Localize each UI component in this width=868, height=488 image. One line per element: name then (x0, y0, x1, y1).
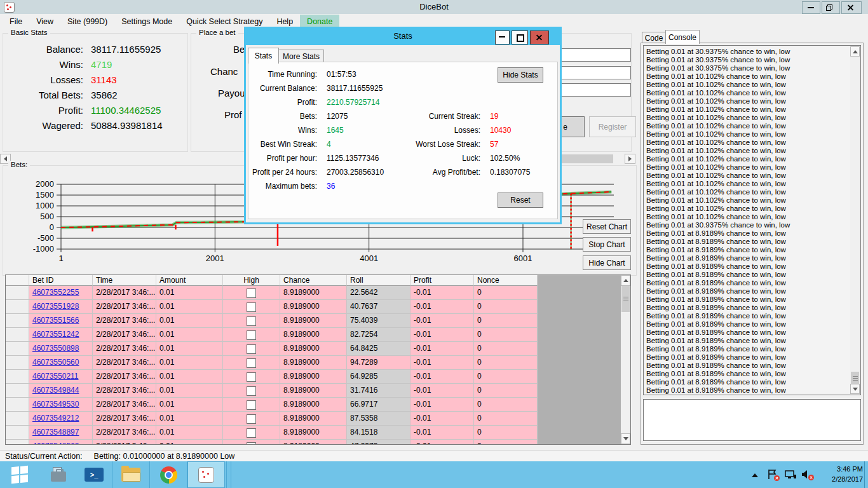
menu-item-site-999d[interactable]: Site (999D) (60, 15, 114, 29)
restore-icon[interactable] (822, 1, 840, 14)
row-selector[interactable] (6, 370, 29, 384)
high-checkbox[interactable] (247, 302, 256, 312)
chrome-button[interactable] (150, 461, 187, 488)
column-header-time[interactable]: Time (93, 275, 156, 286)
table-scroll-up-icon[interactable] (621, 275, 630, 286)
register-button[interactable]: Register (589, 116, 636, 137)
column-header-bet-id[interactable]: Bet ID (29, 275, 93, 286)
dialog-tab-stats[interactable]: Stats (248, 48, 279, 64)
tab-console[interactable]: Console (665, 30, 700, 44)
row-selector[interactable] (6, 356, 29, 370)
volume-muted-icon[interactable] (801, 470, 812, 479)
row-selector[interactable] (6, 286, 29, 300)
table-scrollbar[interactable] (621, 275, 630, 444)
row-selector[interactable] (6, 300, 29, 314)
row-selector[interactable] (6, 398, 29, 412)
time-cell: 2/28/2017 3:46:... (93, 286, 156, 300)
row-filler (538, 398, 622, 412)
high-checkbox[interactable] (247, 288, 256, 298)
menu-item-settings-mode[interactable]: Settings Mode (114, 15, 179, 29)
server-manager-button[interactable] (40, 461, 77, 488)
dialog-maximize-icon[interactable] (512, 30, 528, 44)
bet-id-link[interactable]: 46073549844 (32, 386, 92, 395)
column-header-chance[interactable]: Chance (280, 275, 347, 286)
bet-id-link[interactable]: 46073549212 (32, 414, 92, 423)
high-checkbox[interactable] (247, 400, 256, 410)
show-desktop-button[interactable] (864, 461, 868, 488)
roll-cell: 82.7254 (347, 328, 410, 342)
bet-id-link[interactable]: 46073550560 (32, 358, 92, 367)
high-checkbox[interactable] (247, 330, 256, 340)
high-checkbox[interactable] (247, 344, 256, 354)
screen: DiceBot FileViewSite (999D)Settings Mode… (0, 0, 868, 488)
chance-cell: 8.9189000 (280, 412, 347, 426)
high-checkbox[interactable] (247, 442, 256, 445)
row-selector[interactable] (6, 412, 29, 426)
bet-id-link[interactable]: 46073549530 (32, 400, 92, 409)
menu-item-view[interactable]: View (29, 15, 60, 29)
hidden-icons-chevron-icon[interactable] (752, 473, 758, 477)
scroll-right-icon[interactable] (625, 154, 635, 164)
high-checkbox[interactable] (247, 414, 256, 424)
high-checkbox[interactable] (247, 372, 256, 382)
console-scrollbar[interactable] (850, 46, 860, 394)
column-header-nonce[interactable]: Nonce (474, 275, 538, 286)
table-scroll-down-icon[interactable] (621, 433, 630, 444)
dicebot-taskbar-button[interactable] (187, 461, 225, 488)
action-center-flag-icon[interactable] (768, 469, 778, 480)
time-cell: 2/28/2017 3:46:... (93, 314, 156, 328)
file-explorer-button[interactable] (112, 461, 149, 488)
bet-id-link[interactable]: 46073552255 (32, 288, 92, 297)
console-scroll-up-icon[interactable] (850, 46, 860, 57)
bet-id-link[interactable]: 46073551242 (32, 330, 92, 339)
row-selector[interactable] (6, 384, 29, 398)
row-selector[interactable] (6, 328, 29, 342)
row-selector[interactable] (6, 342, 29, 356)
row-filler (538, 286, 622, 300)
bet-id-link[interactable]: 46073550898 (32, 344, 92, 353)
hide-chart-button[interactable]: Hide Chart (583, 255, 631, 270)
high-checkbox[interactable] (247, 316, 256, 326)
tray-clock[interactable]: 3:46 PM 2/28/2017 (818, 464, 863, 484)
stat-label: Wins: (6, 59, 83, 70)
minimize-icon[interactable] (802, 1, 820, 14)
chance-cell: 8.9189000 (280, 370, 347, 384)
reset-button[interactable]: Reset (498, 193, 543, 208)
row-selector[interactable] (6, 426, 29, 440)
profit-cell: -0.01 (410, 356, 474, 370)
high-checkbox[interactable] (247, 428, 256, 438)
start-button[interactable] (0, 461, 39, 488)
bet-id-link[interactable]: 46073550211 (32, 372, 92, 381)
chance-cell: 8.9189000 (280, 384, 347, 398)
table-scroll-thumb[interactable] (621, 286, 630, 312)
row-selector[interactable] (6, 314, 29, 328)
console-scroll-thumb[interactable] (851, 372, 859, 384)
bet-id-link[interactable]: 46073551566 (32, 316, 92, 325)
table-row: 460735488972/28/2017 3:46:...0.018.91890… (6, 426, 630, 440)
column-header-selector[interactable] (6, 275, 29, 286)
row-filler (538, 342, 622, 356)
stop-chart-button[interactable]: Stop Chart (583, 237, 631, 252)
bet-id-link[interactable]: 46073551928 (32, 302, 92, 311)
dialog-close-icon[interactable] (530, 30, 549, 44)
menu-item-file[interactable]: File (3, 15, 29, 29)
hide-stats-button[interactable]: Hide Stats (498, 67, 543, 83)
reset-chart-button[interactable]: Reset Chart (583, 219, 631, 234)
column-header-profit[interactable]: Profit (410, 275, 474, 286)
column-header-high[interactable]: High (223, 275, 280, 286)
console-input[interactable] (643, 399, 861, 441)
powershell-button[interactable]: >_ (78, 461, 111, 488)
bet-id-link[interactable]: 46073548897 (32, 428, 92, 437)
row-selector[interactable] (6, 440, 29, 445)
column-header-amount[interactable]: Amount (156, 275, 223, 286)
table-row: 460735495302/28/2017 3:46:...0.018.91890… (6, 398, 630, 412)
close-icon[interactable] (841, 1, 862, 14)
bet-id-cell: 46073548897 (29, 426, 93, 440)
network-icon[interactable] (785, 470, 796, 479)
dialog-minimize-icon[interactable] (495, 30, 510, 44)
high-checkbox[interactable] (247, 386, 256, 396)
bet-id-link[interactable]: 46073548563 (32, 442, 92, 445)
column-header-roll[interactable]: Roll (347, 275, 410, 286)
console-scroll-down-icon[interactable] (850, 384, 860, 394)
high-checkbox[interactable] (247, 358, 256, 368)
